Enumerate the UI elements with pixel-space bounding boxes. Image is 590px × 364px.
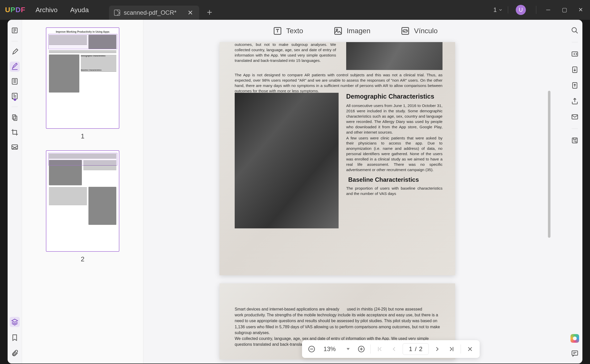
thumbnail-panel: Improve Working Productivity in Using Ap… [22, 20, 143, 363]
doc-text[interactable]: All consecutive users from June 1, 2016 … [346, 103, 442, 135]
page-dd-value: 1 [493, 6, 497, 13]
redact-tool-icon[interactable] [10, 142, 20, 152]
chevron-down-icon [498, 8, 503, 12]
main-area: Improve Working Productivity in Using Ap… [8, 20, 582, 363]
svg-rect-19 [572, 351, 578, 355]
thumb-heading: Baseline Characteristics [81, 69, 116, 70]
close-bar-button[interactable] [466, 344, 475, 354]
svg-rect-1 [12, 69, 18, 70]
comment-tool-icon[interactable] [10, 47, 20, 57]
zoom-out-button[interactable] [307, 344, 316, 354]
edit-link-label: Vínculo [414, 27, 437, 35]
vertical-scrollbar[interactable] [548, 91, 550, 238]
edit-text-label: Texto [286, 27, 303, 35]
export-icon[interactable] [570, 65, 580, 75]
organize-tool-icon[interactable] [10, 76, 20, 86]
tab-title: scanned-pdf_OCR* [124, 9, 176, 16]
doc-text[interactable]: The App is not designed to compare AR pa… [235, 72, 442, 94]
add-text-button[interactable]: Texto [273, 26, 303, 35]
edit-tool-icon[interactable] [10, 62, 20, 72]
image-icon [334, 26, 343, 35]
page-tool-icon[interactable] [10, 113, 20, 123]
page-separator: / [415, 345, 417, 353]
close-window-button[interactable]: ✕ [576, 7, 585, 13]
last-page-button[interactable] [447, 344, 456, 354]
thumbnail-2[interactable]: 2 [22, 150, 143, 263]
upload-icon[interactable] [570, 80, 580, 90]
text-icon [273, 26, 282, 35]
document-tab[interactable]: scanned-pdf_OCR* ✕ [109, 6, 199, 20]
thumb-number-1: 1 [81, 132, 84, 140]
thumbnail-1[interactable]: Improve Working Productivity in Using Ap… [22, 27, 143, 140]
save-icon[interactable] [570, 135, 580, 145]
user-avatar[interactable]: U [516, 5, 526, 15]
doc-image [346, 42, 442, 70]
right-bottom-tools [567, 334, 582, 358]
layers-icon[interactable] [10, 317, 20, 327]
zoom-nav-bar: 13% 1 / 2 [302, 340, 480, 358]
doc-text[interactable]: outcomes, but not to make subgroup analy… [235, 42, 336, 63]
titlebar: UPDF Archivo Ayuda scanned-pdf_OCR* ✕ + … [0, 0, 590, 20]
doc-text[interactable]: used in rhinitis (24-29) but none assess… [347, 306, 422, 312]
svg-point-9 [336, 29, 338, 31]
svg-rect-18 [572, 138, 577, 143]
attachment-icon[interactable] [10, 348, 20, 358]
edit-toolbar: Texto Imagen Vínculo [143, 20, 567, 42]
add-link-button[interactable]: Vínculo [401, 26, 437, 35]
minimize-button[interactable]: ─ [544, 7, 552, 13]
doc-image [235, 93, 339, 228]
left-toolbar [8, 20, 22, 363]
svg-point-13 [572, 28, 577, 32]
edit-image-label: Imagen [347, 27, 370, 35]
zoom-in-button[interactable] [357, 344, 366, 354]
prev-page-button[interactable] [389, 344, 398, 354]
doc-text[interactable]: Smart devices and internet-based applica… [235, 306, 339, 312]
new-tab-button[interactable]: + [207, 7, 212, 18]
app-logo: UPDF [5, 6, 25, 14]
bookmark-icon[interactable] [10, 333, 20, 343]
email-icon[interactable] [570, 112, 580, 122]
search-icon[interactable] [570, 25, 580, 35]
zoom-dropdown[interactable] [343, 344, 352, 354]
first-page-button[interactable] [375, 344, 384, 354]
crop-tool-icon[interactable] [10, 127, 20, 137]
doc-text[interactable]: The proportion of users with baseline ch… [346, 186, 442, 196]
tab-doc-icon [114, 10, 120, 16]
doc-text[interactable]: work productivity. The strengths of the … [235, 312, 440, 336]
thumb-heading: Demographic Characteristics [81, 55, 116, 56]
zoom-value[interactable]: 13% [321, 345, 339, 353]
page-dropdown[interactable]: 1 [493, 6, 508, 13]
page-input[interactable]: 1 / 2 [403, 343, 429, 355]
total-pages: 2 [419, 345, 422, 353]
menu-help[interactable]: Ayuda [70, 6, 89, 14]
doc-heading[interactable]: Demographic Characteristics [346, 93, 442, 100]
link-icon [401, 26, 410, 35]
left-bottom-tools [8, 317, 22, 358]
page-1[interactable]: outcomes, but not to make subgroup analy… [219, 42, 455, 275]
divider [536, 6, 536, 14]
close-tab-button[interactable]: ✕ [187, 9, 194, 17]
thumb-doc-title: Improve Working Productivity in Using Ap… [49, 30, 116, 33]
add-image-button[interactable]: Imagen [334, 26, 370, 35]
share-icon[interactable] [570, 96, 580, 106]
thumb-number-2: 2 [81, 255, 84, 263]
ai-icon[interactable] [570, 334, 579, 343]
document-viewport[interactable]: Texto Imagen Vínculo outcomes, but not t… [143, 20, 567, 363]
ocr-icon[interactable] [570, 49, 580, 59]
doc-heading[interactable]: Baseline Characteristics [348, 176, 442, 183]
doc-text[interactable]: A few users were clinic patients that we… [346, 136, 442, 173]
current-page: 1 [409, 345, 412, 353]
active-indicator [14, 98, 16, 101]
maximize-button[interactable]: ▢ [560, 7, 569, 13]
right-toolbar [567, 20, 582, 363]
svg-rect-8 [335, 28, 342, 34]
menu-file[interactable]: Archivo [35, 6, 58, 14]
chat-icon[interactable] [570, 348, 580, 358]
reader-tool-icon[interactable] [10, 25, 20, 35]
next-page-button[interactable] [433, 344, 442, 354]
